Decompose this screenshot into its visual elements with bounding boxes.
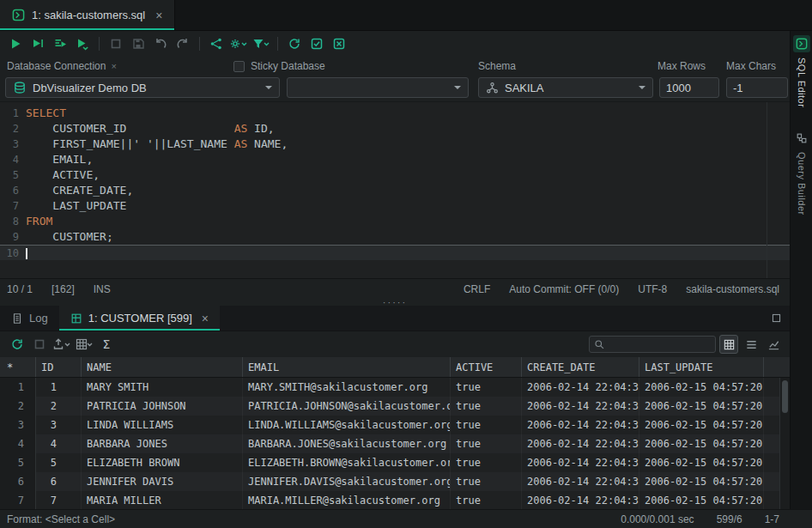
cell[interactable]: 2006-02-14 22:04:36 [522,378,639,397]
cell[interactable]: 7 [36,491,82,509]
run-menu-button[interactable] [72,34,93,53]
result-grid[interactable]: * IDNAMEEMAILACTIVECREATE_DATELAST_UPDAT… [0,357,790,509]
close-results-button[interactable] [329,34,349,53]
aggregate-button[interactable]: Σ [96,335,117,354]
cell[interactable]: 2006-02-14 22:04:36 [522,397,639,416]
table-row[interactable]: 44BARBARA JONESBARBARA.JONES@sakilacusto… [0,434,790,453]
column-header-email[interactable]: EMAIL [243,357,451,377]
settings-menu-button[interactable] [228,34,249,53]
share-link-button[interactable] [206,34,227,53]
column-header-name[interactable]: NAME [82,357,243,377]
cell[interactable]: MARIA.MILLER@sakilacustomer.org [243,491,451,509]
column-header-create_date[interactable]: CREATE_DATE [522,357,639,377]
editor-line[interactable]: 4 EMAIL, [0,152,790,167]
cell[interactable]: 5 [36,453,82,472]
table-row[interactable]: 77MARIA MILLERMARIA.MILLER@sakilacustome… [0,491,790,509]
cell[interactable]: MARIA MILLER [82,491,243,509]
cell[interactable]: BARBARA.JONES@sakilacustomer.org [243,434,451,453]
sql-editor[interactable]: 1SELECT2 CUSTOMER_ID AS ID,3 FIRST_NAME|… [0,101,790,278]
cell[interactable]: 2006-02-15 04:57:20 [639,397,764,416]
column-header-active[interactable]: ACTIVE [451,357,522,377]
scrollbar-thumb[interactable] [782,380,788,413]
cell[interactable]: 6 [36,472,82,491]
stop-result-button[interactable] [29,335,50,354]
column-header-last_update[interactable]: LAST_UPDATE [639,357,764,377]
cell[interactable]: true [451,397,522,416]
export-menu-button[interactable] [52,335,72,354]
tab-log[interactable]: Log [0,306,59,331]
editor-line[interactable]: 6 CREATE_DATE, [0,183,790,198]
reexecute-button[interactable] [284,34,305,53]
cell[interactable]: PATRICIA JOHNSON [82,397,243,416]
text-view-button[interactable] [742,335,760,354]
cell[interactable]: 2006-02-14 22:04:36 [522,491,639,509]
max-chars-input[interactable] [726,77,788,98]
cell[interactable]: 2006-02-15 04:57:20 [639,434,764,453]
cell[interactable]: 2006-02-14 22:04:36 [522,416,639,434]
editor-line[interactable]: 10 [0,245,790,260]
validate-button[interactable] [306,34,327,53]
run-button[interactable] [5,34,26,53]
cell[interactable]: true [451,378,522,397]
table-row[interactable]: 22PATRICIA JOHNSONPATRICIA.JOHNSON@sakil… [0,397,790,416]
table-row[interactable]: 11MARY SMITHMARY.SMITH@sakilacustomer.or… [0,378,790,397]
cell[interactable]: 1 [36,378,82,397]
cell[interactable]: true [451,472,522,491]
close-result-tab-icon[interactable]: × [202,312,209,325]
cell[interactable]: MARY.SMITH@sakilacustomer.org [243,378,451,397]
side-tab-query-builder[interactable]: Query Builder [793,130,810,215]
grid-vertical-scrollbar[interactable] [779,378,790,509]
table-row[interactable]: 55ELIZABETH BROWNELIZABETH.BROWN@sakilac… [0,453,790,472]
sticky-database-checkbox[interactable] [233,61,245,72]
cell[interactable]: 2006-02-14 22:04:36 [522,453,639,472]
cell[interactable]: MARY SMITH [82,378,243,397]
sticky-database-select[interactable] [287,77,469,98]
cell[interactable]: true [451,491,522,509]
variables-menu-button[interactable] [251,34,271,53]
cell[interactable]: 2006-02-15 04:57:20 [639,453,764,472]
cell[interactable]: ELIZABETH BROWN [82,453,243,472]
cell[interactable]: 2006-02-14 22:04:36 [522,472,639,491]
cell[interactable]: ELIZABETH.BROWN@sakilacustomer.org [243,453,451,472]
table-row[interactable]: 33LINDA WILLIAMSLINDA.WILLIAMS@sakilacus… [0,416,790,434]
cell[interactable]: 4 [36,434,82,453]
cell[interactable]: 2006-02-15 04:57:20 [639,472,764,491]
cell[interactable]: PATRICIA.JOHNSON@sakilacustomer.org [243,397,451,416]
cell[interactable]: 2006-02-15 04:57:20 [639,378,764,397]
schema-select[interactable]: SAKILA [478,77,653,98]
cell[interactable]: true [451,434,522,453]
maximize-panel-button[interactable] [771,306,790,331]
tab-sakila-customers-sql[interactable]: 1: sakila-customers.sql × [0,0,175,30]
cell[interactable]: 2006-02-15 04:57:20 [639,491,764,509]
cell[interactable]: 2006-02-15 04:57:20 [639,416,764,434]
column-header-id[interactable]: ID [36,357,82,377]
cell[interactable]: 3 [36,416,82,434]
cell[interactable]: 2 [36,397,82,416]
row-header-star[interactable]: * [0,357,36,377]
redo-button[interactable] [173,34,193,53]
grid-options-button[interactable] [74,335,94,354]
editor-line[interactable]: 5 ACTIVE, [0,167,790,183]
run-current-button[interactable] [27,34,48,53]
panel-splitter-handle[interactable]: ····· [0,299,790,306]
clear-connection-icon[interactable]: × [111,61,116,71]
cell[interactable]: LINDA.WILLIAMS@sakilacustomer.org [243,416,451,434]
save-button[interactable] [128,34,148,53]
editor-line[interactable]: 3 FIRST_NAME||' '||LAST_NAME AS NAME, [0,137,790,152]
cell[interactable]: JENNIFER DAVIS [82,472,243,491]
cell[interactable]: LINDA WILLIAMS [82,416,243,434]
editor-line[interactable]: 2 CUSTOMER_ID AS ID, [0,121,790,137]
close-tab-icon[interactable]: × [155,9,162,22]
database-connection-select[interactable]: DbVisualizer Demo DB [5,77,280,98]
reload-result-button[interactable] [7,335,27,354]
editor-line[interactable]: 9 CUSTOMER; [0,229,790,245]
run-script-button[interactable] [50,34,70,53]
editor-line[interactable]: 8FROM [0,214,790,229]
grid-view-button[interactable] [719,335,738,354]
editor-line[interactable]: 1SELECT [0,106,790,121]
search-input[interactable] [609,338,711,350]
table-row[interactable]: 66JENNIFER DAVISJENNIFER.DAVIS@sakilacus… [0,472,790,491]
cell[interactable]: BARBARA JONES [82,434,243,453]
cell[interactable]: 2006-02-14 22:04:36 [522,434,639,453]
undo-button[interactable] [150,34,171,53]
